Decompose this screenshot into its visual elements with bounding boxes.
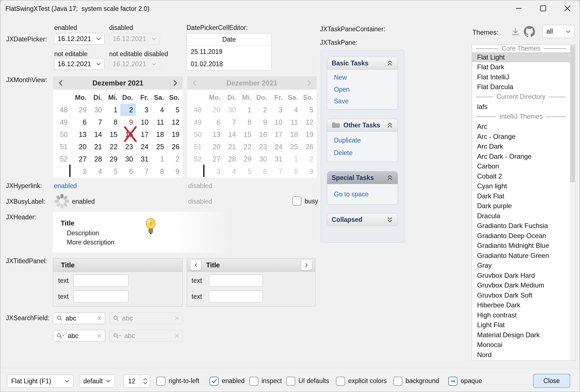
- day-cell[interactable]: 8: [151, 165, 167, 177]
- day-cell[interactable]: 31: [136, 153, 151, 165]
- titledpanel-prev-button[interactable]: [190, 260, 201, 270]
- taskpane-link[interactable]: Save: [334, 98, 398, 105]
- theme-list-item[interactable]: Gradianto Dark Fuchsia: [472, 221, 570, 231]
- theme-list-item[interactable]: Arc Dark - Orange: [472, 151, 570, 161]
- table-row[interactable]: 25.11.2019: [187, 46, 271, 58]
- day-cell[interactable]: 15: [105, 128, 120, 141]
- theme-list-item[interactable]: Gradianto Nature Green: [472, 251, 570, 261]
- day-cell[interactable]: 10: [136, 116, 151, 128]
- text-input[interactable]: [73, 291, 128, 302]
- scrollbar-thumb[interactable]: [570, 45, 575, 182]
- day-cell[interactable]: 28: [89, 153, 105, 165]
- date-column-header[interactable]: Date: [187, 34, 271, 46]
- searchfield-enabled[interactable]: abc: [53, 312, 105, 324]
- day-cell[interactable]: 27: [74, 153, 89, 165]
- checkbox-opaque[interactable]: [448, 377, 458, 386]
- search-text[interactable]: abc: [65, 314, 94, 322]
- clear-icon[interactable]: [97, 334, 102, 338]
- spinner-buttons[interactable]: [140, 375, 150, 387]
- day-cell[interactable]: 5: [105, 165, 120, 177]
- checkbox-right-to-left[interactable]: [156, 377, 166, 386]
- theme-list-item[interactable]: Gruvbox Dark Hard: [472, 270, 570, 281]
- datepicker-noteditable[interactable]: 16.12.2021: [54, 58, 105, 70]
- day-cell[interactable]: 21: [89, 141, 105, 153]
- taskpane-header-basic-tasks[interactable]: Basic Tasks: [327, 57, 398, 70]
- clear-icon[interactable]: [97, 316, 102, 320]
- day-cell[interactable]: 14: [89, 128, 105, 141]
- style-combo[interactable]: default: [79, 375, 115, 388]
- theme-list-item[interactable]: Monocai: [472, 340, 570, 350]
- taskpane-link[interactable]: Delete: [334, 149, 398, 157]
- taskpane-header-other-tasks[interactable]: Other Tasks: [327, 119, 398, 132]
- day-cell[interactable]: 9: [167, 165, 182, 177]
- day-cell[interactable]: 6: [74, 116, 89, 128]
- day-cell[interactable]: 29: [74, 104, 89, 116]
- theme-list-item[interactable]: Gruvbox Dark Soft: [472, 290, 570, 300]
- datepicker-enabled[interactable]: 16.12.2021: [54, 33, 105, 44]
- taskpane-header-special-tasks[interactable]: Special Tasks: [327, 171, 398, 184]
- theme-list-item[interactable]: Arc Dark: [472, 142, 570, 152]
- day-cell[interactable]: 4: [151, 104, 167, 116]
- day-cell[interactable]: 19: [167, 128, 182, 141]
- day-cell[interactable]: 4: [89, 165, 105, 177]
- checkbox-inspect[interactable]: [249, 377, 258, 386]
- day-cell[interactable]: 24: [136, 141, 151, 153]
- day-cell[interactable]: 30: [89, 104, 105, 116]
- day-cell[interactable]: 22: [105, 141, 120, 153]
- theme-list-item[interactable]: Dark purple: [472, 201, 570, 211]
- theme-list-item[interactable]: High contrast: [472, 310, 570, 320]
- day-cell[interactable]: 29: [105, 153, 120, 165]
- day-cell[interactable]: 7: [89, 116, 105, 128]
- laf-combo[interactable]: Flat Light (F1): [7, 375, 74, 388]
- day-cell[interactable]: 6: [120, 165, 136, 177]
- day-cell[interactable]: 3: [136, 104, 151, 116]
- close-window-button[interactable]: [558, 0, 577, 16]
- day-cell[interactable]: 23: [120, 141, 136, 153]
- checkbox-ui-defaults[interactable]: [286, 377, 295, 386]
- busy-checkbox[interactable]: [292, 196, 301, 206]
- taskpane-link[interactable]: New: [334, 74, 398, 81]
- taskpane-link[interactable]: Open: [334, 86, 398, 93]
- text-input[interactable]: [73, 275, 128, 286]
- day-cell[interactable]: 17: [136, 128, 151, 141]
- theme-list-item[interactable]: Light Flat: [472, 320, 570, 330]
- titledpanel-next-button[interactable]: [301, 260, 312, 270]
- theme-list-item[interactable]: Arc - Orange: [472, 132, 570, 142]
- font-size-value[interactable]: 12: [124, 377, 140, 385]
- day-cell[interactable]: 2: [120, 104, 136, 116]
- text-input[interactable]: [209, 291, 263, 302]
- github-button[interactable]: [524, 26, 535, 38]
- day-cell[interactable]: 11: [151, 116, 167, 128]
- day-cell[interactable]: 25: [151, 141, 167, 153]
- day-cell[interactable]: 30: [120, 153, 136, 165]
- theme-list-item[interactable]: Material Design Dark: [472, 330, 570, 340]
- theme-list-item[interactable]: Cobalt 2: [472, 171, 570, 181]
- checkbox-background[interactable]: [393, 377, 402, 386]
- day-cell[interactable]: 8: [105, 116, 120, 128]
- theme-list-item[interactable]: Carbon: [472, 161, 570, 172]
- theme-list-item[interactable]: Gruvbox Dark Medium: [472, 281, 570, 291]
- day-cell[interactable]: 18: [151, 128, 167, 141]
- datepicker-dropdown-button[interactable]: [93, 33, 104, 44]
- calendar-next-icon[interactable]: [170, 78, 180, 88]
- font-size-spinner[interactable]: 12: [123, 375, 150, 388]
- datepicker-value[interactable]: 16.12.2021: [54, 35, 93, 43]
- theme-list-item[interactable]: Nord: [472, 350, 570, 360]
- searchfield-dropdown-enabled[interactable]: abc: [53, 330, 105, 342]
- minimize-button[interactable]: [510, 0, 528, 16]
- theme-list-item[interactable]: Flat Dark: [472, 62, 570, 72]
- theme-list-item[interactable]: Gradianto Deep Ocean: [472, 231, 570, 241]
- taskpane-link[interactable]: Duplicate: [334, 137, 398, 144]
- checkbox-enabled[interactable]: [209, 377, 219, 386]
- day-cell[interactable]: 1: [105, 104, 120, 116]
- day-cell[interactable]: 13: [74, 128, 89, 141]
- theme-list-item[interactable]: Dark Flat: [472, 191, 570, 201]
- theme-list-item[interactable]: Gradianto Midnight Blue: [472, 241, 570, 251]
- checkbox-explicit-colors[interactable]: [336, 377, 345, 386]
- calendar-prev-icon[interactable]: [55, 78, 65, 88]
- theme-list-item[interactable]: Flat IntelliJ: [472, 72, 570, 82]
- day-cell[interactable]: 20: [74, 141, 89, 153]
- maximize-button[interactable]: [534, 0, 552, 16]
- theme-list-item[interactable]: Hiberbee Dark: [472, 300, 570, 310]
- taskpane-header-collapsed[interactable]: Collapsed: [327, 213, 398, 226]
